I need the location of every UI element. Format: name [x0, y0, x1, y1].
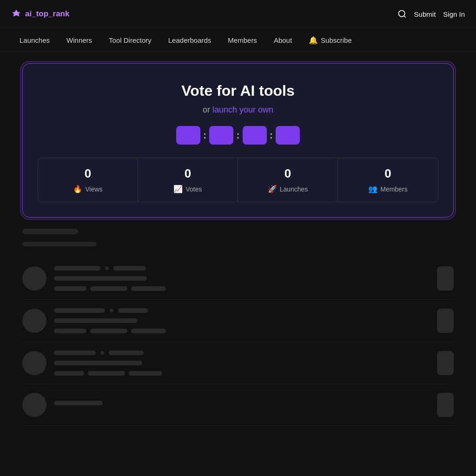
timer-row: : : :	[38, 126, 438, 145]
members-label: 👥 Members	[345, 185, 430, 193]
vote-button-skel	[437, 309, 454, 333]
search-icon	[397, 9, 407, 19]
hero-subtitle: or launch your own	[38, 105, 438, 115]
skel-title-1	[22, 229, 78, 234]
search-button[interactable]	[397, 9, 407, 19]
skel-subtitle-1	[22, 242, 97, 246]
skel-tag	[131, 286, 166, 291]
skel-dot	[110, 309, 113, 312]
list-item	[22, 300, 454, 342]
bell-icon: 🔔	[309, 36, 318, 45]
members-count: 0	[345, 166, 430, 181]
list-item	[22, 258, 454, 300]
votes-label: 📈 Votes	[145, 185, 230, 193]
skel-name	[54, 401, 103, 405]
skel-tag	[88, 371, 125, 376]
skeleton-header	[22, 229, 454, 248]
timer-hours	[176, 126, 200, 145]
nav-item-members[interactable]: Members	[219, 28, 265, 52]
nav-item-about[interactable]: About	[265, 28, 300, 52]
stat-members: 0 👥 Members	[338, 158, 438, 202]
group-icon: 👥	[368, 185, 377, 193]
skel-tag	[90, 286, 127, 291]
list-item	[22, 384, 454, 426]
hero-card: Vote for AI tools or launch your own : :…	[22, 63, 454, 218]
stat-launches: 0 🚀 Launches	[238, 158, 338, 202]
skel-dot	[105, 266, 109, 270]
skel-tag	[54, 329, 86, 333]
skel-tag	[90, 329, 127, 333]
nav-item-leaderboards[interactable]: Leaderboards	[160, 28, 220, 52]
signin-button[interactable]: Sign In	[443, 10, 465, 18]
skel-tag	[131, 329, 166, 333]
launch-link[interactable]: launch your own	[212, 105, 273, 114]
nav-item-launches[interactable]: Launches	[11, 28, 58, 52]
hero-title: Vote for AI tools	[38, 82, 438, 99]
skel-tag	[54, 286, 86, 291]
nav-item-winners[interactable]: Winners	[58, 28, 100, 52]
skel-date	[118, 308, 148, 313]
nav-bar: Launches Winners Tool Directory Leaderbo…	[0, 28, 476, 52]
vote-button-skel	[437, 351, 454, 375]
avatar	[22, 393, 46, 417]
skel-dot	[100, 351, 104, 355]
skel-date	[109, 350, 144, 355]
timer-colon-2: :	[236, 129, 239, 141]
logo[interactable]: ai_top_rank	[11, 9, 69, 19]
subtitle-prefix: or	[203, 105, 212, 114]
stat-votes: 0 📈 Votes	[138, 158, 238, 202]
skel-tag	[129, 371, 162, 376]
logo-icon	[11, 9, 21, 19]
skel-desc	[54, 276, 147, 281]
stat-views: 0 🔥 Views	[38, 158, 138, 202]
timer-milliseconds	[276, 126, 300, 145]
hero-section: Vote for AI tools or launch your own : :…	[0, 52, 476, 229]
rocket-icon: 🚀	[268, 185, 277, 193]
trending-icon: 📈	[173, 185, 183, 193]
skel-tag	[54, 371, 84, 376]
timer-colon-3: :	[270, 129, 273, 141]
logo-text: ai_top_rank	[25, 9, 69, 19]
nav-item-tool-directory[interactable]: Tool Directory	[100, 28, 160, 52]
skel-desc	[54, 361, 142, 365]
vote-button-skel	[437, 393, 454, 417]
avatar	[22, 309, 46, 333]
stats-row: 0 🔥 Views 0 📈 Votes 0 🚀 Launches	[38, 158, 438, 202]
vote-button-skel	[437, 266, 454, 291]
views-count: 0	[46, 166, 130, 181]
skel-name	[54, 350, 96, 355]
timer-seconds	[243, 126, 267, 145]
item-content	[54, 401, 430, 409]
votes-count: 0	[145, 166, 230, 181]
timer-minutes	[209, 126, 233, 145]
avatar	[22, 266, 46, 291]
launches-label: 🚀 Launches	[245, 185, 330, 193]
skel-name	[54, 266, 100, 271]
top-bar: ai_top_rank Submit Sign In	[0, 0, 476, 28]
top-actions: Submit Sign In	[397, 9, 465, 19]
submit-button[interactable]: Submit	[414, 10, 436, 18]
svg-line-1	[403, 16, 405, 18]
views-label: 🔥 Views	[46, 185, 130, 193]
list-item	[22, 342, 454, 384]
item-content	[54, 266, 430, 291]
fire-icon: 🔥	[73, 185, 82, 193]
skel-name	[54, 308, 105, 313]
nav-item-subscribe[interactable]: 🔔 Subscribe	[300, 28, 360, 52]
item-content	[54, 308, 430, 333]
svg-point-0	[398, 11, 404, 17]
launches-count: 0	[245, 166, 330, 181]
avatar	[22, 351, 46, 375]
skel-date	[113, 266, 146, 271]
list-section	[0, 229, 476, 426]
skel-desc	[54, 318, 138, 323]
timer-colon-1: :	[203, 129, 206, 141]
item-content	[54, 350, 430, 376]
